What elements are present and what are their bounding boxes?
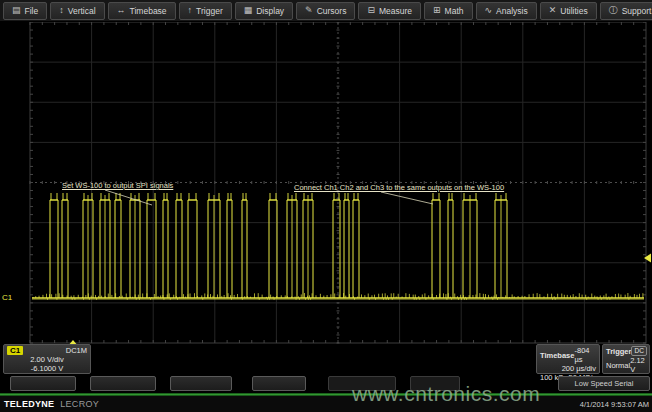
measure-icon: ⊟ <box>367 6 375 15</box>
teledyne-lecroy-logo: TELEDYNE LECROY <box>4 399 99 409</box>
menu-label: Math <box>445 6 464 16</box>
trace-label-c1: C1 <box>2 293 13 302</box>
channel-coupling: DC1M <box>66 346 87 355</box>
channel-scale: 2.00 V/div <box>30 355 63 364</box>
display-icon: ▦ <box>244 6 253 15</box>
trigger-title: Trigger <box>606 347 631 356</box>
trigger-icon: ↑ <box>188 6 193 15</box>
menu-label: Trigger <box>196 6 223 16</box>
menu-measure[interactable]: ⊟Measure <box>358 2 421 20</box>
cursors-icon: ✎ <box>305 6 313 15</box>
annotation-set-ws100: Set WS-100 to output SPI signals <box>62 181 173 190</box>
button-spi-decode[interactable] <box>90 376 156 391</box>
menu-label: Display <box>256 6 284 16</box>
vertical-icon: ↕ <box>59 6 64 15</box>
button-spi-start[interactable] <box>10 376 76 391</box>
bottom-toolbar: Low Speed Serial <box>0 376 652 393</box>
timebase-delay: -804 µs <box>574 346 596 364</box>
menu-label: Measure <box>379 6 412 16</box>
menu-analysis[interactable]: ∿Analysis <box>476 2 537 20</box>
menu-label: Utilities <box>560 6 587 16</box>
timebase-descriptor[interactable]: Timebase -804 µs 200 µs/div 100 kS 50 MS… <box>536 344 600 374</box>
menu-bar: ▤File↕Vertical↔Timebase↑Trigger▦Display✎… <box>0 0 652 22</box>
oscilloscope-screen: ▤File↕Vertical↔Timebase↑Trigger▦Display✎… <box>0 0 652 412</box>
menu-file[interactable]: ▤File <box>3 2 47 20</box>
menu-math[interactable]: ⊞Math <box>424 2 472 20</box>
channel-badge: C1 <box>7 346 23 355</box>
logo-lecroy: LECROY <box>60 399 99 409</box>
utilities-icon: ✕ <box>549 6 557 15</box>
button-low-speed-serial[interactable]: Low Speed Serial <box>558 376 650 391</box>
button-spi-trigger[interactable] <box>252 376 306 391</box>
annotation-connect-channels: Connect Ch1 Ch2 and Ch3 to the same outp… <box>294 183 504 192</box>
channel-offset: -6.1000 V <box>31 364 64 373</box>
analysis-icon: ∿ <box>485 6 493 15</box>
file-icon: ▤ <box>12 6 21 15</box>
timebase-title: Timebase <box>540 351 574 360</box>
menu-support[interactable]: ⓘSupport <box>600 2 652 20</box>
menu-label: Timebase <box>130 6 167 16</box>
menu-vertical[interactable]: ↕Vertical <box>50 2 104 20</box>
timebase-icon: ↔ <box>117 6 126 15</box>
menu-label: Analysis <box>496 6 528 16</box>
trigger-coupling-badge: DC <box>631 346 646 356</box>
clock-datetime: 4/1/2014 9:53:07 AM <box>580 400 649 409</box>
trigger-mode: Normal <box>606 361 630 370</box>
channel-c1-descriptor[interactable]: C1 DC1M 2.00 V/div -6.1000 V <box>3 344 91 374</box>
button-spi-decode-table[interactable] <box>170 376 232 391</box>
footer-bar: TELEDYNE LECROY 4/1/2014 9:53:07 AM <box>0 396 652 412</box>
trigger-descriptor[interactable]: Trigger DC Normal 2.12 V SPI <box>602 344 650 374</box>
menu-label: File <box>25 6 39 16</box>
math-icon: ⊞ <box>433 6 441 15</box>
timebase-scale: 200 µs/div <box>562 364 596 373</box>
watermark-text: www.cntronics.com <box>352 382 540 406</box>
menu-label: Cursors <box>317 6 347 16</box>
c1-waveform-trace: C1 <box>2 193 644 302</box>
menu-cursors[interactable]: ✎Cursors <box>296 2 355 20</box>
menu-display[interactable]: ▦Display <box>235 2 293 20</box>
menu-utilities[interactable]: ✕Utilities <box>540 2 597 20</box>
menu-trigger[interactable]: ↑Trigger <box>179 2 232 20</box>
menu-label: Support <box>622 6 652 16</box>
trigger-level: 2.12 V <box>630 356 646 374</box>
menu-label: Vertical <box>68 6 96 16</box>
logo-teledyne: TELEDYNE <box>4 399 54 409</box>
menu-timebase[interactable]: ↔Timebase <box>108 2 176 20</box>
support-icon: ⓘ <box>609 6 618 15</box>
